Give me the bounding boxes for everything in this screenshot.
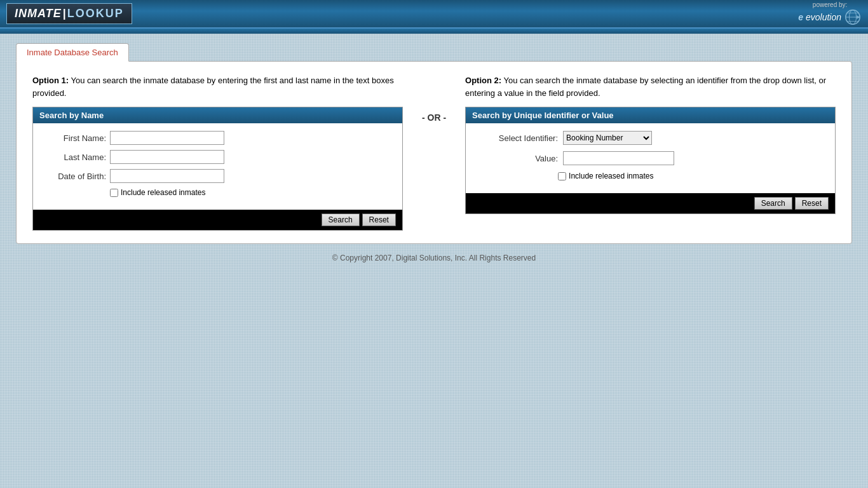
- dob-label: Date of Birth:: [43, 172, 106, 181]
- footer: © Copyright 2007, Digital Solutions, Inc…: [16, 244, 852, 272]
- value-row: Value:: [475, 151, 825, 165]
- logo-box: INMATE | LOOKUP: [6, 3, 132, 24]
- powered-by-text: powered by:: [813, 1, 847, 8]
- search-by-name-body: First Name: Last Name: Date of Birth:: [33, 123, 402, 210]
- search-by-id-footer: Search Reset: [466, 193, 835, 214]
- last-name-row: Last Name:: [43, 150, 393, 164]
- last-name-label: Last Name:: [43, 152, 106, 162]
- tab-bar: Inmate Database Search: [16, 43, 852, 61]
- logo-lookup-text: LOOKUP: [67, 7, 124, 20]
- first-name-row: First Name:: [43, 131, 393, 145]
- include-released-label: Include released inmates: [121, 188, 205, 197]
- copyright-text: © Copyright 2007, Digital Solutions, Inc…: [332, 254, 536, 262]
- first-name-input[interactable]: [110, 131, 224, 145]
- main-card: Option 1: You can search the inmate data…: [16, 61, 852, 244]
- globe-icon: [844, 8, 862, 26]
- value-input[interactable]: [563, 151, 674, 165]
- evolution-text: evolution: [806, 12, 841, 22]
- option2-search-button[interactable]: Search: [754, 197, 792, 210]
- search-by-id-body: Select Identifier: Booking Number SSN St…: [466, 123, 835, 193]
- include-released-checkbox-opt2[interactable]: [558, 172, 566, 180]
- include-released-row: Include released inmates: [110, 188, 393, 197]
- options-row: Option 1: You can search the inmate data…: [32, 74, 836, 231]
- evolution-e: e: [798, 12, 803, 22]
- option1-bold: Option 1:: [32, 76, 69, 85]
- value-label: Value:: [482, 154, 558, 163]
- option1-reset-button[interactable]: Reset: [362, 214, 396, 226]
- option1-desc-text: You can search the inmate database by en…: [32, 76, 394, 98]
- tab-inmate-database-search[interactable]: Inmate Database Search: [16, 43, 129, 62]
- option1-section: Option 1: You can search the inmate data…: [32, 74, 403, 231]
- identifier-select[interactable]: Booking Number SSN State ID FBI Number: [563, 131, 652, 145]
- search-by-id-header: Search by Unique Identifier or Value: [466, 107, 835, 123]
- logo-inmate-text: INMATE: [15, 7, 62, 20]
- option2-reset-button[interactable]: Reset: [795, 197, 829, 210]
- dob-row: Date of Birth:: [43, 169, 393, 183]
- option1-desc: Option 1: You can search the inmate data…: [32, 74, 403, 99]
- logo-area: INMATE | LOOKUP: [6, 3, 132, 24]
- last-name-input[interactable]: [110, 150, 224, 164]
- search-by-name-box: Search by Name First Name: Last Name:: [32, 107, 403, 231]
- option2-desc: Option 2: You can search the inmate data…: [465, 74, 836, 99]
- evolution-logo: e evolution: [798, 8, 862, 26]
- search-by-name-footer: Search Reset: [33, 210, 402, 230]
- include-released-row-opt2: Include released inmates: [558, 172, 825, 180]
- main-container: Inmate Database Search Option 1: You can…: [0, 34, 868, 281]
- include-released-checkbox[interactable]: [110, 189, 118, 197]
- option2-desc-text: You can search the inmate database by se…: [465, 76, 826, 98]
- header: INMATE | LOOKUP powered by: e evolution: [0, 0, 868, 29]
- first-name-label: First Name:: [43, 133, 106, 143]
- header-divider: [0, 29, 868, 34]
- dob-input[interactable]: [110, 169, 224, 183]
- powered-by-area: powered by: e evolution: [798, 1, 862, 26]
- search-by-id-box: Search by Unique Identifier or Value Sel…: [465, 107, 836, 214]
- select-identifier-label: Select Identifier:: [482, 133, 558, 143]
- option2-section: Option 2: You can search the inmate data…: [465, 74, 836, 214]
- or-divider: - OR -: [403, 74, 465, 123]
- option1-search-button[interactable]: Search: [322, 214, 360, 226]
- select-identifier-row: Select Identifier: Booking Number SSN St…: [475, 131, 825, 145]
- card-inner: Option 1: You can search the inmate data…: [17, 62, 851, 243]
- option2-bold: Option 2:: [465, 76, 501, 85]
- search-by-name-header: Search by Name: [33, 107, 402, 123]
- include-released-label-opt2: Include released inmates: [569, 172, 653, 180]
